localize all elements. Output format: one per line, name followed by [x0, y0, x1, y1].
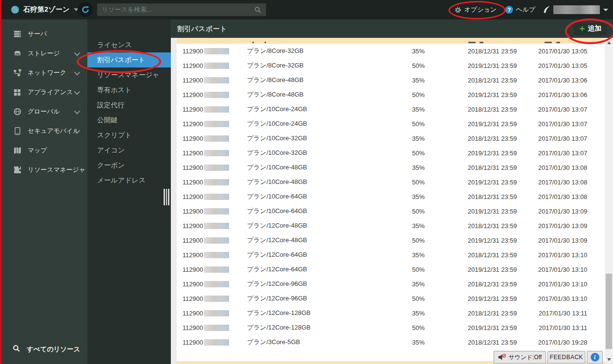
gear-icon	[454, 6, 462, 14]
sidebar-item-label: セキュアモバイル	[28, 127, 79, 135]
refresh-button[interactable]	[78, 2, 93, 17]
table-row[interactable]: 112900プラン/12Core-64GB50%2019/12/31 23:59…	[177, 262, 605, 277]
table-row[interactable]: 112900プラン/12Core-128GB50%2019/12/31 23:5…	[177, 320, 605, 335]
chevron-down-icon	[603, 9, 608, 11]
cell-created: 2017/01/30 13:08	[517, 193, 587, 200]
sidebar-item-all-resources[interactable]: すべてのリソース	[0, 340, 87, 359]
appliance-icon	[13, 89, 21, 96]
sidebar-item-label: リソースマネージャ	[28, 165, 85, 174]
scrollbar-thumb[interactable]	[606, 274, 612, 349]
subsidebar-item-mail-address[interactable]: メールアドレス	[87, 173, 171, 188]
sidebar-item-map[interactable]: マップ	[0, 141, 87, 160]
cell-plan: プラン/3Core-5GB	[247, 338, 369, 347]
search-input[interactable]: リソースを検索...	[97, 3, 266, 16]
cell-plan: プラン/10Core-64GB	[247, 207, 369, 215]
cell-expires: 2018/12/31 23:59	[425, 164, 517, 171]
redacted-id-blur	[204, 296, 229, 302]
network-icon	[13, 69, 21, 77]
sidebar-item-network[interactable]: ネットワーク	[0, 63, 87, 83]
sound-toggle-button[interactable]: サウンド:Off	[494, 351, 546, 364]
cell-created: 2017/01/30 13:10	[517, 266, 587, 273]
table-row[interactable]: 112900プラン/8Core-48GB50%2019/12/31 23:592…	[177, 87, 605, 102]
table-row[interactable]: 112900プラン/12Core-48GB50%2019/12/31 23:59…	[177, 233, 605, 248]
cell-discount: 35%	[369, 48, 425, 55]
cell-discount: 35%	[369, 77, 425, 84]
cell-expires: 2018/12/31 23:59	[425, 339, 517, 346]
zone-label: 石狩第2ゾーン	[23, 5, 70, 14]
subsidebar-item-icon[interactable]: アイコン	[87, 143, 171, 158]
cell-passport-id: 112900	[182, 106, 247, 113]
cell-passport-id: 112900	[182, 193, 247, 200]
sidebar-item-storage[interactable]: ストレージ	[0, 44, 87, 63]
add-button-label: 追加	[588, 24, 601, 33]
info-icon: i	[591, 353, 599, 362]
sidebar-item-global[interactable]: グローバル	[0, 102, 87, 121]
table-row[interactable]: 112900プラン/8Core-32GB50%2019/12/31 23:592…	[177, 58, 605, 73]
panel-resize-handle[interactable]	[164, 189, 169, 205]
table-row[interactable]: 112900プラン/12Core-48GB35%2018/12/31 23:59…	[177, 218, 605, 233]
table-row[interactable]: 112900プラン/10Core-64GB35%2018/12/31 23:59…	[177, 189, 605, 204]
cell-expires: 2019/12/31 23:59	[425, 295, 517, 302]
redacted-id-blur	[204, 92, 229, 98]
cell-created: 2017/01/30 13:07	[517, 135, 587, 142]
search-icon	[13, 345, 20, 354]
table-row[interactable]: 112900プラン/3Core-5GB35%2018/12/31 23:5920…	[177, 335, 605, 349]
cell-expires: 2019/12/31 23:59	[425, 237, 517, 244]
refresh-icon	[81, 5, 90, 14]
cell-passport-id: 112900	[182, 120, 247, 128]
globe-icon	[13, 108, 21, 116]
table-row[interactable]: 112900プラン/8Core-48GB35%2018/12/31 23:592…	[177, 73, 605, 87]
cell-created: 2017/01/30 13:10	[517, 295, 587, 302]
zone-selector[interactable]: 石狩第2ゾーン	[11, 0, 79, 19]
subsidebar-item-resource-manager[interactable]: リソースマネージャ	[87, 67, 171, 83]
cell-plan: プラン/12Core-96GB	[247, 294, 369, 303]
cell-passport-id: 112900	[182, 91, 247, 99]
redacted-id-blur	[204, 150, 229, 156]
subsidebar-item-public-key[interactable]: 公開鍵	[87, 113, 171, 128]
table-row[interactable]: 112900プラン/12Core-128GB35%2018/12/31 23:5…	[177, 306, 605, 320]
add-button[interactable]: + 追加	[574, 22, 607, 35]
resource-list: 112900プラン/8Core-32GB35%2018/12/31 23:592…	[171, 38, 613, 364]
table-row[interactable]: 112900プラン/10Core-24GB50%2019/12/31 23:59…	[177, 116, 605, 131]
cell-expires: 2019/12/31 23:59	[425, 208, 517, 215]
table-row[interactable]: 112900プラン/10Core-64GB50%2019/12/31 23:59…	[177, 204, 605, 218]
table-row[interactable]: 112900プラン/10Core-32GB50%2019/12/31 23:59…	[177, 146, 605, 160]
cell-expires: 2018/12/31 23:59	[425, 251, 517, 259]
cell-passport-id: 112900	[182, 208, 247, 215]
cell-passport-id: 112900	[182, 310, 247, 317]
feedback-button[interactable]: FEEDBACK	[547, 351, 585, 364]
options-button[interactable]: オプション	[454, 5, 497, 14]
cell-passport-id: 112900	[182, 251, 247, 259]
cell-created: 2017/01/30 19:28	[517, 339, 587, 346]
help-button[interactable]: ? ヘルプ	[505, 5, 535, 14]
subsidebar-item-script[interactable]: スクリプト	[87, 128, 171, 143]
cell-plan: プラン/10Core-32GB	[247, 134, 369, 143]
sidebar-item-server[interactable]: サーバ	[0, 24, 87, 44]
table-row[interactable]: 112900プラン/10Core-48GB35%2018/12/31 23:59…	[177, 160, 605, 175]
subsidebar-item-dedicated-host[interactable]: 専有ホスト	[87, 83, 171, 98]
account-menu[interactable]	[543, 5, 608, 14]
scroll-down-button[interactable]	[605, 356, 613, 363]
scroll-up-button[interactable]	[605, 39, 613, 46]
subsidebar-item-discount-passport[interactable]: 割引パスポート	[87, 52, 171, 67]
table-row[interactable]: 112900プラン/12Core-96GB50%2019/12/31 23:59…	[177, 291, 605, 306]
table-row[interactable]: 112900プラン/12Core-64GB35%2018/12/31 23:59…	[177, 248, 605, 262]
subsidebar-item-coupon[interactable]: クーポン	[87, 158, 171, 173]
sidebar-item-appliance[interactable]: アプライアンス	[0, 83, 87, 102]
sidebar-item-resource-manager[interactable]: リソースマネージャ	[0, 160, 87, 180]
cell-created: 2017/01/30 13:06	[517, 77, 587, 84]
cell-discount: 35%	[369, 193, 425, 200]
cell-expires: 2018/12/31 23:59	[425, 281, 517, 288]
cell-discount: 35%	[369, 135, 425, 142]
table-row[interactable]: 112900プラン/8Core-32GB35%2018/12/31 23:592…	[177, 44, 605, 58]
help-label: ヘルプ	[516, 5, 535, 14]
cell-plan: プラン/10Core-48GB	[247, 163, 369, 172]
table-row[interactable]: 112900プラン/10Core-32GB35%2018/12/31 23:59…	[177, 131, 605, 146]
subsidebar-item-license[interactable]: ライセンス	[87, 37, 171, 52]
subsidebar-item-config-proxy[interactable]: 設定代行	[87, 98, 171, 113]
sidebar-item-secure-mobile[interactable]: セキュアモバイル	[0, 121, 87, 141]
info-button[interactable]: i	[587, 351, 603, 364]
table-row[interactable]: 112900プラン/10Core-48GB50%2019/12/31 23:59…	[177, 175, 605, 189]
table-row[interactable]: 112900プラン/10Core-24GB35%2018/12/31 23:59…	[177, 102, 605, 116]
table-row[interactable]: 112900プラン/12Core-96GB35%2018/12/31 23:59…	[177, 277, 605, 291]
